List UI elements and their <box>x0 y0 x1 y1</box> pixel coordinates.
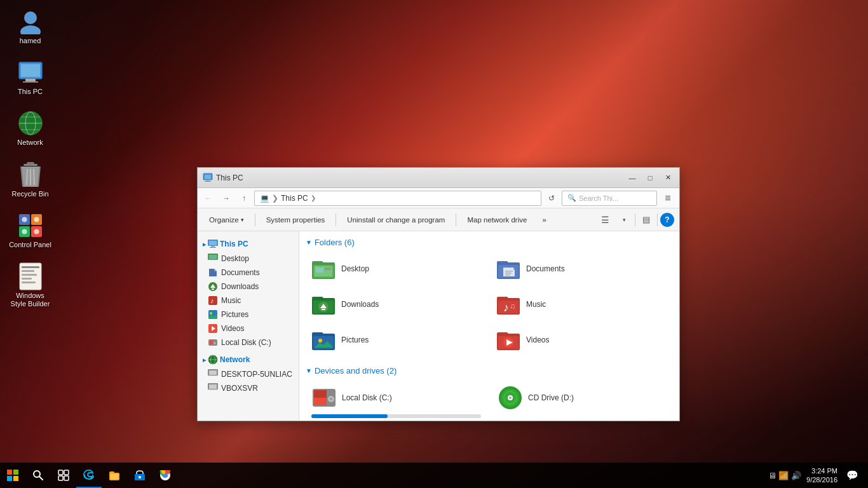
taskbar-clock[interactable]: 3:24 PM 9/28/2016 <box>806 466 837 485</box>
svg-line-94 <box>39 477 43 480</box>
taskbar-taskview-button[interactable] <box>51 463 76 488</box>
sidebar-item-videos[interactable]: Videos <box>198 322 299 336</box>
svg-rect-66 <box>505 274 510 276</box>
sidebar: ▸ This PC <box>198 231 299 421</box>
desktop-icon-network[interactable]: Network <box>6 108 54 149</box>
sidebar-item-pictures[interactable]: Pictures <box>198 308 299 322</box>
folder-item-pictures[interactable]: Pictures <box>306 323 488 356</box>
wsb-icon <box>18 264 43 289</box>
more-button[interactable]: » <box>536 212 552 228</box>
preview-pane-button[interactable]: ▤ <box>638 212 654 228</box>
forward-button[interactable]: → <box>219 191 234 206</box>
folder-item-music[interactable]: ♪ ♫ Music <box>491 288 673 321</box>
folder-videos-label: Videos <box>526 336 549 344</box>
folder-pictures-label: Pictures <box>341 336 369 344</box>
maximize-button[interactable]: □ <box>642 172 658 184</box>
thispc-label: This PC <box>18 88 43 96</box>
refresh-button[interactable]: ↺ <box>544 191 559 206</box>
svg-point-101 <box>139 476 141 478</box>
search-box[interactable]: 🔍 Search Thi... <box>562 191 657 206</box>
sidebar-documents-label: Documents <box>221 268 260 277</box>
svg-rect-35 <box>209 241 217 245</box>
folder-item-desktop[interactable]: Desktop <box>306 252 488 285</box>
map-drive-button[interactable]: Map network drive <box>461 212 533 228</box>
up-button[interactable]: ↑ <box>236 191 252 206</box>
svg-rect-25 <box>22 266 39 268</box>
desktop-icon-thispc[interactable]: This PC <box>6 57 54 98</box>
svg-text:♪: ♪ <box>503 301 509 314</box>
drives-section-header[interactable]: ▼ Devices and drives (2) <box>306 366 673 376</box>
toolbar-separator-2 <box>336 214 336 226</box>
sidebar-item-desktop[interactable]: Desktop <box>198 252 299 266</box>
drive-item-d[interactable]: CD Drive (D:) <box>492 381 673 421</box>
svg-rect-70 <box>322 309 325 310</box>
folders-arrow-icon: ▼ <box>306 239 312 246</box>
address-path[interactable]: 💻 ❯ This PC ❯ <box>254 191 541 206</box>
notification-button[interactable]: 💬 <box>843 463 862 488</box>
windows-logo-icon <box>7 470 18 481</box>
drive-d-header: CD Drive (D:) <box>498 385 667 410</box>
svg-rect-28 <box>22 278 32 280</box>
sidebar-item-desktop5unliac[interactable]: DESKTOP-5UNLIAC <box>198 367 299 381</box>
taskbar-edge-button[interactable] <box>76 463 102 488</box>
svg-rect-26 <box>22 270 34 272</box>
sidebar-thispc-label: This PC <box>220 240 248 248</box>
organize-button[interactable]: Organize ▾ <box>203 212 250 228</box>
folders-section-header[interactable]: ▼ Folders (6) <box>306 238 673 247</box>
taskbar-explorer-button[interactable] <box>102 463 127 488</box>
svg-rect-62 <box>325 268 331 270</box>
taskbar-chrome-button[interactable] <box>153 463 178 488</box>
sidebar-item-music[interactable]: ♪ Music <box>198 294 299 308</box>
music-sidebar-icon: ♪ <box>208 295 218 306</box>
minimize-button[interactable]: — <box>624 172 641 184</box>
help-button[interactable]: ? <box>660 213 674 227</box>
uninstall-button[interactable]: Uninstall or change a program <box>341 212 451 228</box>
svg-line-13 <box>27 169 27 185</box>
view-dropdown-button[interactable]: ▾ <box>616 212 632 228</box>
svg-rect-37 <box>210 247 216 248</box>
toolbar-separator-3 <box>456 214 456 226</box>
search-placeholder: Search Thi... <box>579 194 618 202</box>
close-button[interactable]: ✕ <box>660 172 676 184</box>
drive-item-c[interactable]: Local Disk (C:) 17.3 GB free of 31.5 GB <box>306 381 487 421</box>
back-button[interactable]: ← <box>201 191 216 206</box>
desktop-icon-control-panel[interactable]: Control Panel <box>6 210 54 252</box>
sidebar-item-documents[interactable]: Documents <box>198 266 299 280</box>
explorer-window: This PC — □ ✕ ← → ↑ 💻 ❯ This PC ❯ ↺ 🔍 Se… <box>197 167 680 421</box>
desktop-icon-recycle[interactable]: Recycle Bin <box>6 159 54 201</box>
taskbar: 🖥 📶 🔊 3:24 PM 9/28/2016 💬 <box>0 463 868 488</box>
sidebar-item-vboxsvr[interactable]: VBOXSVR <box>198 381 299 395</box>
folder-item-videos[interactable]: Videos <box>491 323 673 356</box>
sidebar-item-localdisk[interactable]: Local Disk (C:) <box>198 336 299 349</box>
drive-c-label: Local Disk (C:) <box>342 393 392 402</box>
start-button[interactable] <box>0 463 25 488</box>
options-button[interactable]: ≡ <box>660 190 676 207</box>
folder-desktop-icon <box>311 256 336 281</box>
taskbar-store-button[interactable] <box>127 463 153 488</box>
taskbar-search-button[interactable] <box>25 463 51 488</box>
desktop-icon-hamed[interactable]: hamed <box>6 6 54 48</box>
folder-item-documents[interactable]: Documents <box>491 252 673 285</box>
folder-desktop-label: Desktop <box>341 264 369 273</box>
view-toggle-button[interactable]: ☰ <box>597 212 613 228</box>
address-text: This PC <box>281 194 308 203</box>
svg-rect-39 <box>209 255 217 259</box>
pictures-sidebar-icon <box>208 309 218 320</box>
chrome-icon <box>159 470 171 481</box>
drives-arrow-icon: ▼ <box>306 367 312 374</box>
sidebar-item-downloads[interactable]: Downloads <box>198 280 299 294</box>
content-area: ▸ This PC <box>198 231 679 421</box>
svg-rect-4 <box>25 79 36 81</box>
sidebar-thispc-header[interactable]: ▸ This PC <box>198 236 299 252</box>
folder-item-downloads[interactable]: Downloads <box>306 288 488 321</box>
svg-rect-29 <box>22 281 36 283</box>
sidebar-network-header[interactable]: ▸ Network <box>198 352 299 367</box>
system-properties-button[interactable]: System properties <box>260 212 332 228</box>
downloads-sidebar-icon <box>208 281 218 292</box>
drive-c-bar-fill <box>311 414 388 418</box>
svg-line-15 <box>34 169 34 185</box>
desktop-icon-wsb[interactable]: Windows Style Builder <box>6 261 54 311</box>
svg-rect-98 <box>64 476 69 480</box>
recycle-label: Recycle Bin <box>11 190 48 198</box>
drive-c-header: Local Disk (C:) <box>311 385 481 410</box>
